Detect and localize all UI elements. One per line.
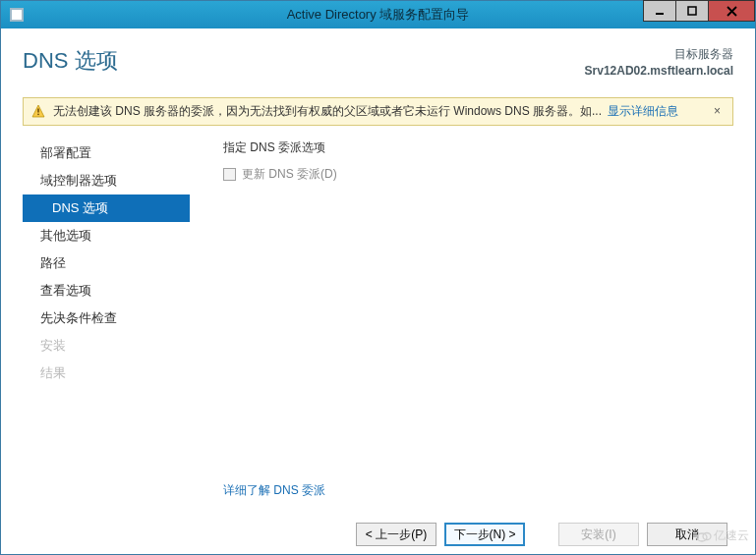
- sidebar-item-paths[interactable]: 路径: [23, 250, 190, 277]
- minimize-button[interactable]: [643, 0, 676, 22]
- sidebar-item-install: 安装: [23, 332, 190, 360]
- svg-rect-7: [37, 109, 38, 113]
- warning-banner: 无法创建该 DNS 服务器的委派，因为无法找到有权威的父区域或者它未运行 Win…: [23, 97, 733, 126]
- page-title: DNS 选项: [23, 46, 118, 76]
- svg-rect-3: [688, 7, 696, 15]
- window-title: Active Directory 域服务配置向导: [1, 6, 755, 24]
- target-label: 目标服务器: [585, 46, 733, 63]
- learn-more-link[interactable]: 详细了解 DNS 委派: [223, 482, 726, 499]
- warning-close-icon[interactable]: ×: [710, 104, 725, 118]
- header-row: DNS 选项 目标服务器 Srv12AD02.msftlearn.local: [23, 46, 733, 80]
- body: 部署配置 域控制器选项 DNS 选项 其他选项 路径 查看选项 先决条件检查 安…: [23, 136, 733, 513]
- sidebar: 部署配置 域控制器选项 DNS 选项 其他选项 路径 查看选项 先决条件检查 安…: [23, 136, 190, 513]
- warning-icon: [31, 104, 45, 118]
- target-server: Srv12AD02.msftlearn.local: [585, 63, 733, 80]
- close-button[interactable]: [708, 0, 755, 22]
- window-controls: [644, 0, 755, 22]
- sidebar-item-review[interactable]: 查看选项: [23, 277, 190, 305]
- cancel-button[interactable]: 取消: [647, 523, 727, 546]
- warning-text: 无法创建该 DNS 服务器的委派，因为无法找到有权威的父区域或者它未运行 Win…: [53, 103, 602, 120]
- update-dns-delegation-row: 更新 DNS 委派(D): [223, 166, 726, 183]
- install-button: 安装(I): [558, 523, 639, 546]
- sidebar-item-dns-options[interactable]: DNS 选项: [23, 194, 190, 222]
- target-server-box: 目标服务器 Srv12AD02.msftlearn.local: [585, 46, 733, 80]
- update-dns-delegation-checkbox[interactable]: [223, 168, 236, 181]
- sidebar-item-other-options[interactable]: 其他选项: [23, 222, 190, 250]
- svg-rect-8: [37, 114, 38, 115]
- sidebar-item-prereq[interactable]: 先决条件检查: [23, 305, 190, 332]
- spacer: [533, 523, 551, 546]
- next-button[interactable]: 下一步(N) >: [444, 523, 525, 546]
- section-label: 指定 DNS 委派选项: [223, 139, 726, 156]
- wizard-window: Active Directory 域服务配置向导 DNS 选项 目标服务器 Sr…: [0, 0, 756, 555]
- titlebar: Active Directory 域服务配置向导: [1, 1, 755, 28]
- prev-button[interactable]: < 上一步(P): [356, 523, 436, 546]
- warning-details-link[interactable]: 显示详细信息: [608, 103, 678, 120]
- content-area: DNS 选项 目标服务器 Srv12AD02.msftlearn.local 无…: [1, 28, 755, 554]
- update-dns-delegation-label: 更新 DNS 委派(D): [242, 166, 337, 183]
- footer: < 上一步(P) 下一步(N) > 安装(I) 取消: [23, 513, 733, 546]
- main-panel: 指定 DNS 委派选项 更新 DNS 委派(D) 详细了解 DNS 委派: [190, 136, 733, 513]
- sidebar-item-results: 结果: [23, 360, 190, 387]
- sidebar-item-deploy[interactable]: 部署配置: [23, 139, 190, 167]
- sidebar-item-dc-options[interactable]: 域控制器选项: [23, 167, 190, 194]
- maximize-button[interactable]: [675, 0, 709, 22]
